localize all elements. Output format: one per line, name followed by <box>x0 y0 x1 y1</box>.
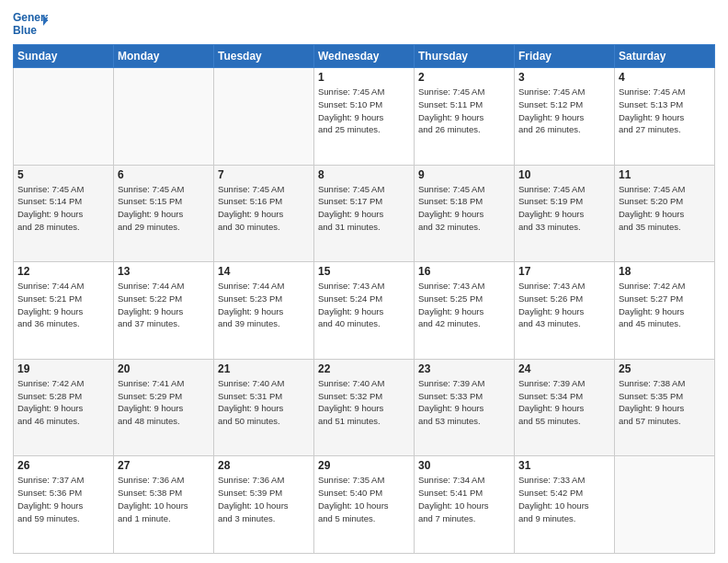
week-row-4: 26Sunrise: 7:37 AMSunset: 5:36 PMDayligh… <box>14 456 715 554</box>
day-info: Sunrise: 7:45 AMSunset: 5:13 PMDaylight:… <box>619 86 711 136</box>
calendar-cell <box>114 68 214 166</box>
day-info: Sunrise: 7:43 AMSunset: 5:25 PMDaylight:… <box>418 280 510 330</box>
calendar-cell: 21Sunrise: 7:40 AMSunset: 5:31 PMDayligh… <box>214 359 314 456</box>
day-info: Sunrise: 7:45 AMSunset: 5:17 PMDaylight:… <box>318 183 410 234</box>
calendar-table: SundayMondayTuesdayWednesdayThursdayFrid… <box>13 44 715 554</box>
calendar-cell <box>615 456 715 554</box>
week-row-0: 1Sunrise: 7:45 AMSunset: 5:10 PMDaylight… <box>14 68 715 166</box>
calendar-cell: 15Sunrise: 7:43 AMSunset: 5:24 PMDayligh… <box>314 262 415 360</box>
day-info: Sunrise: 7:45 AMSunset: 5:18 PMDaylight:… <box>418 183 510 234</box>
calendar-cell: 23Sunrise: 7:39 AMSunset: 5:33 PMDayligh… <box>415 359 515 456</box>
calendar-cell: 16Sunrise: 7:43 AMSunset: 5:25 PMDayligh… <box>415 262 515 360</box>
calendar-cell: 24Sunrise: 7:39 AMSunset: 5:34 PMDayligh… <box>515 359 615 456</box>
calendar-cell: 8Sunrise: 7:45 AMSunset: 5:17 PMDaylight… <box>314 165 415 262</box>
day-info: Sunrise: 7:38 AMSunset: 5:35 PMDaylight:… <box>619 377 711 428</box>
day-info: Sunrise: 7:37 AMSunset: 5:36 PMDaylight:… <box>17 474 109 524</box>
calendar-cell: 29Sunrise: 7:35 AMSunset: 5:40 PMDayligh… <box>314 456 415 554</box>
week-row-3: 19Sunrise: 7:42 AMSunset: 5:28 PMDayligh… <box>14 359 715 456</box>
day-info: Sunrise: 7:45 AMSunset: 5:15 PMDaylight:… <box>118 183 210 234</box>
day-info: Sunrise: 7:33 AMSunset: 5:42 PMDaylight:… <box>518 474 610 524</box>
day-info: Sunrise: 7:36 AMSunset: 5:38 PMDaylight:… <box>118 474 210 524</box>
day-number: 10 <box>518 168 610 181</box>
calendar-cell: 5Sunrise: 7:45 AMSunset: 5:14 PMDaylight… <box>14 165 114 262</box>
day-number: 19 <box>17 362 109 375</box>
calendar-cell: 18Sunrise: 7:42 AMSunset: 5:27 PMDayligh… <box>615 262 715 360</box>
weekday-header-wednesday: Wednesday <box>314 45 415 68</box>
day-number: 13 <box>118 265 210 278</box>
calendar-cell: 12Sunrise: 7:44 AMSunset: 5:21 PMDayligh… <box>14 262 114 360</box>
day-number: 18 <box>619 265 711 278</box>
calendar-cell: 3Sunrise: 7:45 AMSunset: 5:12 PMDaylight… <box>515 68 615 166</box>
day-info: Sunrise: 7:41 AMSunset: 5:29 PMDaylight:… <box>118 377 210 428</box>
day-number: 29 <box>318 459 410 472</box>
day-info: Sunrise: 7:42 AMSunset: 5:28 PMDaylight:… <box>17 377 109 428</box>
calendar-cell: 9Sunrise: 7:45 AMSunset: 5:18 PMDaylight… <box>415 165 515 262</box>
day-number: 27 <box>118 459 210 472</box>
weekday-header-tuesday: Tuesday <box>214 45 314 68</box>
day-info: Sunrise: 7:35 AMSunset: 5:40 PMDaylight:… <box>318 474 410 524</box>
calendar-cell: 7Sunrise: 7:45 AMSunset: 5:16 PMDaylight… <box>214 165 314 262</box>
day-number: 20 <box>118 362 210 375</box>
calendar-cell: 10Sunrise: 7:45 AMSunset: 5:19 PMDayligh… <box>515 165 615 262</box>
day-number: 5 <box>17 168 109 181</box>
day-number: 9 <box>418 168 510 181</box>
calendar-cell: 27Sunrise: 7:36 AMSunset: 5:38 PMDayligh… <box>114 456 214 554</box>
calendar-cell: 26Sunrise: 7:37 AMSunset: 5:36 PMDayligh… <box>14 456 114 554</box>
day-number: 31 <box>518 459 610 472</box>
day-info: Sunrise: 7:44 AMSunset: 5:23 PMDaylight:… <box>218 280 310 330</box>
calendar-cell: 6Sunrise: 7:45 AMSunset: 5:15 PMDaylight… <box>114 165 214 262</box>
day-number: 15 <box>318 265 410 278</box>
day-number: 6 <box>118 168 210 181</box>
day-number: 17 <box>518 265 610 278</box>
day-info: Sunrise: 7:44 AMSunset: 5:21 PMDaylight:… <box>17 280 109 330</box>
day-number: 7 <box>218 168 310 181</box>
day-number: 21 <box>218 362 310 375</box>
calendar-cell: 17Sunrise: 7:43 AMSunset: 5:26 PMDayligh… <box>515 262 615 360</box>
weekday-header-thursday: Thursday <box>415 45 515 68</box>
day-info: Sunrise: 7:45 AMSunset: 5:16 PMDaylight:… <box>218 183 310 234</box>
calendar-cell: 11Sunrise: 7:45 AMSunset: 5:20 PMDayligh… <box>615 165 715 262</box>
page: General Blue SundayMondayTuesdayWednesda… <box>0 0 728 563</box>
day-number: 25 <box>619 362 711 375</box>
week-row-2: 12Sunrise: 7:44 AMSunset: 5:21 PMDayligh… <box>14 262 715 360</box>
day-info: Sunrise: 7:39 AMSunset: 5:34 PMDaylight:… <box>518 377 610 428</box>
day-number: 14 <box>218 265 310 278</box>
calendar-cell: 28Sunrise: 7:36 AMSunset: 5:39 PMDayligh… <box>214 456 314 554</box>
day-info: Sunrise: 7:45 AMSunset: 5:10 PMDaylight:… <box>318 86 410 136</box>
day-number: 8 <box>318 168 410 181</box>
day-info: Sunrise: 7:43 AMSunset: 5:26 PMDaylight:… <box>518 280 610 330</box>
calendar-cell: 30Sunrise: 7:34 AMSunset: 5:41 PMDayligh… <box>415 456 515 554</box>
day-number: 22 <box>318 362 410 375</box>
calendar-cell: 19Sunrise: 7:42 AMSunset: 5:28 PMDayligh… <box>14 359 114 456</box>
calendar-cell: 2Sunrise: 7:45 AMSunset: 5:11 PMDaylight… <box>415 68 515 166</box>
logo-svg: General Blue <box>13 9 48 39</box>
weekday-header-sunday: Sunday <box>14 45 114 68</box>
day-number: 26 <box>17 459 109 472</box>
day-info: Sunrise: 7:42 AMSunset: 5:27 PMDaylight:… <box>619 280 711 330</box>
day-number: 23 <box>418 362 510 375</box>
svg-text:General: General <box>13 11 48 24</box>
svg-text:Blue: Blue <box>13 24 37 37</box>
calendar-cell: 1Sunrise: 7:45 AMSunset: 5:10 PMDaylight… <box>314 68 415 166</box>
weekday-header-friday: Friday <box>515 45 615 68</box>
day-number: 4 <box>619 71 711 84</box>
calendar-cell: 22Sunrise: 7:40 AMSunset: 5:32 PMDayligh… <box>314 359 415 456</box>
calendar-cell: 14Sunrise: 7:44 AMSunset: 5:23 PMDayligh… <box>214 262 314 360</box>
day-info: Sunrise: 7:45 AMSunset: 5:12 PMDaylight:… <box>518 86 610 136</box>
day-number: 2 <box>418 71 510 84</box>
day-info: Sunrise: 7:39 AMSunset: 5:33 PMDaylight:… <box>418 377 510 428</box>
day-info: Sunrise: 7:34 AMSunset: 5:41 PMDaylight:… <box>418 474 510 524</box>
weekday-header-monday: Monday <box>114 45 214 68</box>
day-number: 12 <box>17 265 109 278</box>
logo: General Blue <box>13 9 48 39</box>
day-number: 30 <box>418 459 510 472</box>
day-info: Sunrise: 7:45 AMSunset: 5:20 PMDaylight:… <box>619 183 711 234</box>
day-number: 28 <box>218 459 310 472</box>
calendar-cell: 31Sunrise: 7:33 AMSunset: 5:42 PMDayligh… <box>515 456 615 554</box>
day-info: Sunrise: 7:44 AMSunset: 5:22 PMDaylight:… <box>118 280 210 330</box>
day-number: 24 <box>518 362 610 375</box>
day-info: Sunrise: 7:40 AMSunset: 5:31 PMDaylight:… <box>218 377 310 428</box>
calendar-cell <box>214 68 314 166</box>
day-info: Sunrise: 7:45 AMSunset: 5:11 PMDaylight:… <box>418 86 510 136</box>
calendar-cell: 4Sunrise: 7:45 AMSunset: 5:13 PMDaylight… <box>615 68 715 166</box>
